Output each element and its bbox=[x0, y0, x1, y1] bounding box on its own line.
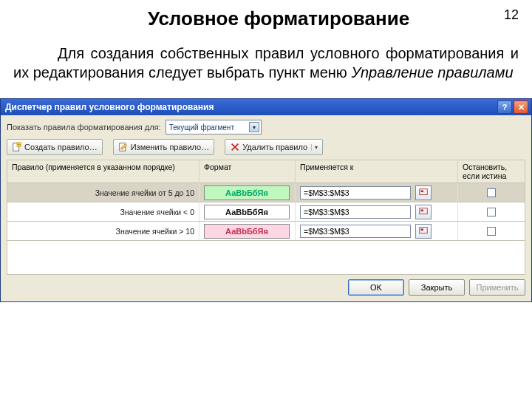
rule-format-cell: АаВbБбЯя bbox=[200, 222, 296, 240]
format-sample: АаВbБбЯя bbox=[204, 205, 290, 219]
rule-desc: Значение ячейки > 10 bbox=[7, 222, 200, 240]
new-rule-icon bbox=[12, 142, 22, 152]
page-number: 12 bbox=[504, 7, 519, 23]
svg-rect-8 bbox=[421, 228, 424, 231]
range-picker-icon bbox=[418, 226, 429, 236]
range-picker-button[interactable] bbox=[415, 205, 432, 219]
chevron-down-icon: ▾ bbox=[311, 144, 318, 151]
chevron-down-icon: ▾ bbox=[249, 122, 259, 132]
col-stop: Остановить, если истина bbox=[458, 160, 525, 183]
page-paragraph: Для создания собственных правил условног… bbox=[13, 44, 519, 82]
applies-input[interactable] bbox=[300, 225, 411, 238]
dialog-title: Диспетчер правил условного форматировани… bbox=[5, 102, 496, 112]
stop-checkbox[interactable] bbox=[487, 188, 496, 197]
col-rule: Правило (применяется в указанном порядке… bbox=[7, 160, 200, 183]
format-sample: АаВbБбЯя bbox=[204, 224, 290, 239]
dialog-conditional-formatting-manager: Диспетчер правил условного форматировани… bbox=[0, 98, 532, 302]
scope-label: Показать правила форматирования для: bbox=[7, 123, 161, 132]
rule-row[interactable]: Значение ячейки от 5 до 10АаВbБбЯя bbox=[7, 183, 525, 202]
help-button[interactable]: ? bbox=[497, 100, 512, 114]
rule-format-cell: АаВbБбЯя bbox=[200, 183, 296, 202]
applies-input[interactable] bbox=[300, 186, 411, 200]
applies-cell bbox=[296, 222, 458, 240]
stop-cell bbox=[458, 202, 525, 221]
applies-input[interactable] bbox=[300, 205, 411, 219]
svg-rect-4 bbox=[421, 190, 424, 192]
range-picker-button[interactable] bbox=[415, 224, 432, 239]
rule-row[interactable]: Значение ячейки < 0АаВbБбЯя bbox=[7, 202, 525, 222]
format-sample: АаВbБбЯя bbox=[204, 185, 290, 200]
range-picker-button[interactable] bbox=[415, 185, 432, 200]
edit-rule-label: Изменить правило… bbox=[131, 143, 210, 151]
apply-button[interactable]: Применить bbox=[469, 279, 525, 296]
edit-rule-icon bbox=[118, 142, 129, 152]
rules-empty-area bbox=[7, 241, 525, 275]
range-picker-icon bbox=[418, 207, 429, 217]
edit-rule-button[interactable]: Изменить правило… bbox=[113, 139, 215, 155]
stop-checkbox[interactable] bbox=[487, 208, 496, 216]
page-title: Условное форматирование bbox=[13, 7, 499, 30]
applies-cell bbox=[296, 183, 458, 202]
applies-cell bbox=[296, 202, 458, 221]
delete-rule-label: Удалить правило bbox=[242, 143, 307, 151]
rule-desc: Значение ячейки < 0 bbox=[7, 202, 200, 221]
rule-desc: Значение ячейки от 5 до 10 bbox=[7, 183, 200, 202]
svg-rect-6 bbox=[421, 209, 424, 211]
range-picker-icon bbox=[418, 188, 429, 198]
stop-cell bbox=[458, 222, 525, 240]
col-applies: Применяется к bbox=[296, 160, 458, 183]
stop-checkbox[interactable] bbox=[487, 227, 496, 236]
rule-format-cell: АаВbБбЯя bbox=[200, 202, 296, 221]
delete-rule-icon bbox=[230, 142, 240, 152]
rule-row[interactable]: Значение ячейки > 10АаВbБбЯя bbox=[7, 222, 525, 241]
rules-header: Правило (применяется в указанном порядке… bbox=[7, 160, 525, 183]
scope-value: Текущий фрагмент bbox=[169, 123, 249, 132]
close-button[interactable]: Закрыть bbox=[409, 279, 465, 296]
body-em: Управление правилами bbox=[351, 64, 513, 81]
delete-rule-button[interactable]: Удалить правило ▾ bbox=[225, 139, 323, 155]
scope-dropdown[interactable]: Текущий фрагмент ▾ bbox=[166, 120, 262, 134]
new-rule-label: Создать правило… bbox=[24, 143, 98, 151]
ok-button[interactable]: OK bbox=[348, 279, 404, 296]
close-window-button[interactable]: ✕ bbox=[514, 100, 528, 114]
titlebar: Диспетчер правил условного форматировани… bbox=[1, 99, 531, 115]
new-rule-button[interactable]: Создать правило… bbox=[7, 139, 103, 155]
col-format: Формат bbox=[200, 160, 296, 183]
stop-cell bbox=[458, 183, 525, 202]
